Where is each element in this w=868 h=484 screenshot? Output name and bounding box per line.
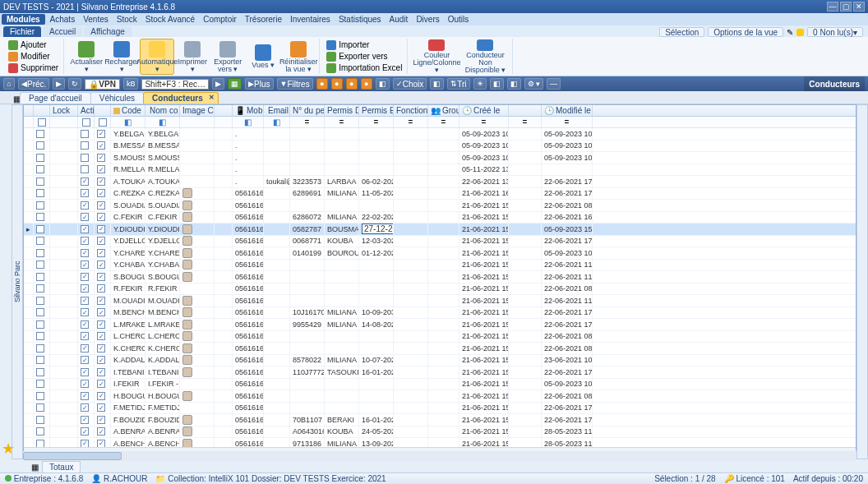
search-go-icon[interactable]: ▶ (212, 78, 224, 90)
tab-accueil[interactable]: Page d'accueil (20, 92, 91, 104)
favorite-star-icon[interactable]: ★ (2, 440, 18, 456)
table-row[interactable]: ✓S.MOUSSOUDS.MOUSSO….05-09-2023 10:23:37… (24, 152, 856, 164)
table-row[interactable]: ✓✓Y.CHARETY.CHARET -…0561616…0140199BOUR… (24, 247, 856, 260)
tab-vehicules[interactable]: Véhicules (90, 92, 144, 104)
plus-button[interactable]: ▶ Plus (245, 78, 273, 90)
table-row[interactable]: ✓✓S.BOUGUESS.BOUGUES…0561616…21-06-2021 … (24, 271, 856, 283)
tb-o1[interactable]: ● (316, 78, 328, 90)
menu-stock avancé[interactable]: Stock Avancé (141, 14, 199, 25)
fwd-button[interactable]: ▶ (53, 78, 65, 90)
table-row[interactable]: ▸✓✓Y.DIOUDIY.DIOUDI -…0561616…0582787BOU… (24, 224, 856, 236)
filter-cell[interactable]: = (542, 117, 593, 127)
table-row[interactable]: ✓✓L.MRAKECHL.MRAKEC…0561616…9955429MILIA… (24, 319, 856, 331)
ribbon-btn-actualiser[interactable]: Actualiser ▾ (69, 39, 104, 75)
refresh-icon[interactable]: ↻ (68, 78, 81, 90)
col-header[interactable]: 🕒Modifié le (542, 105, 593, 116)
grid-filter-row[interactable]: ◧◧◧◧======== (24, 117, 856, 128)
filter-cell[interactable] (24, 117, 34, 127)
nonlus-pill[interactable]: 0 Non lu(s) ▾ (807, 27, 863, 37)
right-sidepanel[interactable] (856, 104, 868, 459)
menu-statistiques[interactable]: Statistiques (335, 14, 386, 25)
table-row[interactable]: ✓✓A.BENCHAR…A.BENCHAR…0561616…9713186MIL… (24, 438, 856, 447)
home-icon[interactable]: ⌂ (3, 78, 15, 90)
filter-cell[interactable]: = (428, 117, 459, 127)
options-vue-pill[interactable]: Options de la vue (708, 27, 783, 37)
col-header[interactable]: 🕒Créé le (459, 105, 509, 116)
col-header[interactable]: Nom co… (145, 105, 180, 116)
ribbon-importer[interactable]: Importer (325, 39, 404, 50)
tab-conducteurs[interactable]: Conducteurs (143, 92, 219, 104)
filter-cell[interactable]: ◧ (145, 117, 180, 127)
edit-icon[interactable]: ✎ (787, 28, 793, 37)
tb-b3[interactable]: ◧ (490, 78, 504, 90)
ribbon-importation-excel[interactable]: Importation Excel (325, 62, 404, 73)
col-header[interactable]: Permis Expir… (359, 105, 394, 116)
table-row[interactable]: ✓✓I.TEBANII.TEBANI - …0561616…110J77728T… (24, 366, 856, 379)
left-sidepanel[interactable]: Silvano Parc (12, 104, 23, 459)
filter-cell[interactable]: = (509, 117, 542, 127)
ribbon-btn-recharger[interactable]: Recharger ▾ (104, 39, 139, 75)
filter-cell[interactable] (180, 117, 215, 127)
ribbon-btn-automatique[interactable]: Automatique ▾ (140, 39, 174, 75)
col-header[interactable]: Image Cond. (180, 105, 215, 116)
tri-button[interactable]: ⇅ Tri (447, 78, 469, 90)
table-row[interactable]: ✓✓L.CHERCHALIL.CHERCHA…0561616…21-06-202… (24, 331, 856, 343)
filter-cell[interactable]: ◧ (233, 117, 264, 127)
col-header[interactable]: Email (264, 105, 290, 116)
table-row[interactable]: ✓✓K.ADDALIK.ADDALI -…0561616…8578022MILI… (24, 355, 856, 367)
choix-button[interactable]: ✓ Choix (393, 78, 427, 90)
menu-audit[interactable]: Audit (386, 14, 413, 25)
table-row[interactable]: ✓✓F.BOUZIDIF.BOUZIDI …0561616…70B1107BER… (24, 414, 856, 426)
menu-inventaires[interactable]: Inventaires (286, 14, 335, 25)
ribbon-btn-imprimer[interactable]: Imprimer ▾ (175, 39, 210, 75)
filter-cell[interactable] (215, 117, 233, 127)
tb-dash[interactable]: — (547, 78, 561, 90)
ribbon-btn-exporter-vers[interactable]: Exporter vers ▾ (210, 39, 245, 75)
col-header[interactable] (95, 105, 111, 116)
col-header[interactable] (24, 105, 34, 116)
tab-totaux[interactable]: Totaux (42, 461, 81, 473)
selection-pill[interactable]: Sélection (659, 27, 704, 37)
filter-cell[interactable]: = (359, 117, 394, 127)
ribbon-ajouter[interactable]: Ajouter (7, 39, 60, 50)
tb-b2[interactable]: ◧ (430, 78, 444, 90)
modules-label[interactable]: Modules (2, 14, 45, 25)
col-header[interactable]: Lock (50, 105, 78, 116)
col-header[interactable]: Actif (78, 105, 95, 116)
menu-achats[interactable]: Achats (46, 14, 80, 25)
table-row[interactable]: ✓✓F.METIDJIF.METIDJI -…0561616…21-06-202… (24, 403, 856, 415)
ribbon-supprimer[interactable]: Supprimer (7, 62, 60, 73)
col-header[interactable]: 📱Mobile (233, 105, 264, 116)
maximize-button[interactable]: ▢ (840, 2, 852, 12)
table-row[interactable]: ✓✓Y.CHABANEY.CHABANE…0561616…21-06-2021 … (24, 260, 856, 272)
filter-cell[interactable]: ◧ (111, 117, 145, 127)
menu-trésorerie[interactable]: Trésorerie (241, 14, 286, 25)
table-row[interactable]: ✓✓R.FEKIRR.FEKIR - F…0561616…21-06-2021 … (24, 283, 856, 296)
prev-button[interactable]: ◀ Préc. (18, 78, 49, 90)
table-row[interactable]: ✓✓I.FEKIRI.FEKIR - F…0561616…21-06-2021 … (24, 379, 856, 391)
menu-divers[interactable]: Divers (412, 14, 443, 25)
ribbon-tab-affichage[interactable]: Affichage (84, 26, 132, 37)
ribbon-tab-fichier[interactable]: Fichier (3, 26, 41, 37)
col-header[interactable]: N° du permi… (290, 105, 325, 116)
ribbon-modifier[interactable]: Modifier (7, 51, 60, 62)
filter-cell[interactable]: = (290, 117, 325, 127)
table-row[interactable]: ✓B.MESSAOUDB.MESSAO….05-09-2023 10:26:27… (24, 141, 856, 153)
filter-cell[interactable] (34, 117, 50, 127)
filter-cell[interactable]: = (325, 117, 359, 127)
grid-icon[interactable]: ▦ (228, 78, 242, 90)
table-row[interactable]: ✓✓H.BOUGUE…H.BOUGUE…0561616…21-06-2021 1… (24, 390, 856, 403)
col-header[interactable]: Fonction (394, 105, 428, 116)
gear-icon[interactable]: ⚙ ▾ (524, 78, 544, 90)
filter-cell[interactable] (78, 117, 95, 127)
ribbon-btn-couleur-ligne-colonne[interactable]: Couleur Ligne/Colonne ▾ (413, 39, 460, 75)
filtres-button[interactable]: ▼ Filtres (277, 78, 313, 90)
tb-o4[interactable]: ● (361, 78, 372, 90)
ribbon-btn-conducteur-non-disponible[interactable]: Conducteur Non Disponible ▾ (461, 39, 509, 75)
table-row[interactable]: ✓✓C.REZKALLAHC.REZKALL…0561616…6289691MI… (24, 188, 856, 201)
close-button[interactable]: ✕ (853, 2, 865, 12)
filter-cell[interactable]: ◧ (264, 117, 290, 127)
tb-o3[interactable]: ● (346, 78, 358, 90)
ribbon-tab-accueil[interactable]: Accueil (43, 26, 82, 37)
tb-b4[interactable]: ◧ (507, 78, 521, 90)
